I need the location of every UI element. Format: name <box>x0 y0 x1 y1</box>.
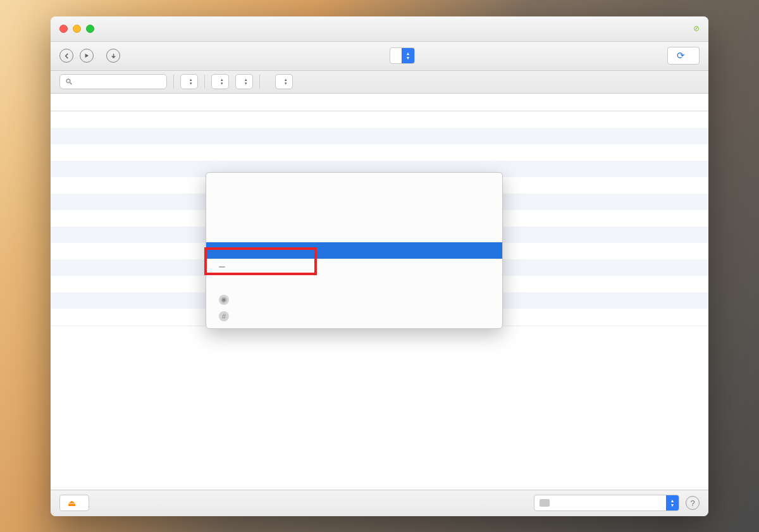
anytime-filter[interactable] <box>275 74 293 89</box>
hash-icon: # <box>219 311 229 321</box>
resume-button[interactable] <box>80 49 94 63</box>
cm-clear-selection[interactable] <box>206 226 502 242</box>
cm-mark-all[interactable] <box>206 176 502 193</box>
titlebar: ⊘ <box>51 16 708 42</box>
cm-preview: ◉ <box>206 292 502 308</box>
eye-icon: ◉ <box>219 295 229 305</box>
cm-show-in-finder <box>206 275 502 292</box>
cm-hex-view: # <box>206 308 502 325</box>
folders-select[interactable] <box>534 495 679 511</box>
download-icon <box>111 53 116 59</box>
select-arrows-icon <box>245 78 247 85</box>
mount-icon: ⏏ <box>68 498 76 508</box>
toolbar: ⟳ <box>51 42 708 71</box>
cm-recover[interactable] <box>206 242 502 259</box>
select-arrows-icon <box>666 495 679 510</box>
column-headers <box>51 94 708 111</box>
help-button[interactable]: ? <box>686 496 700 510</box>
divider <box>173 75 174 89</box>
close-button[interactable] <box>59 25 68 33</box>
refresh-icon: ⟳ <box>677 50 685 61</box>
over-filter[interactable] <box>211 74 229 89</box>
recover-button[interactable]: ⟳ <box>667 47 700 65</box>
enterprise-badge <box>219 266 225 268</box>
allfiles-filter[interactable] <box>180 74 198 89</box>
search-input[interactable]: 🔍︎ <box>59 74 167 89</box>
select-arrows-icon <box>285 78 287 85</box>
cm-mark-selected[interactable] <box>206 209 502 226</box>
context-menu: ◉ # <box>206 172 503 329</box>
divider <box>259 75 260 89</box>
select-arrows-icon <box>402 48 414 63</box>
chevron-left-icon <box>64 53 70 59</box>
cm-export-forensic <box>206 259 502 275</box>
select-arrows-icon <box>221 78 223 85</box>
check-icon: ⊘ <box>693 24 700 33</box>
file-list: ◉ # <box>51 111 708 490</box>
minimize-button[interactable] <box>73 25 81 33</box>
license-status[interactable]: ⊘ <box>691 24 700 33</box>
traffic-lights <box>59 25 94 33</box>
divider <box>204 75 205 89</box>
bottom-bar: ⏏ ? <box>51 490 708 516</box>
maximize-button[interactable] <box>86 25 94 33</box>
save-session-button[interactable] <box>106 49 120 63</box>
size-filter[interactable] <box>235 74 253 89</box>
search-icon: 🔍︎ <box>65 77 73 87</box>
choose-folder-select[interactable] <box>390 47 415 64</box>
mount-button[interactable]: ⏏ <box>59 495 89 511</box>
filter-bar: 🔍︎ <box>51 71 708 94</box>
play-icon <box>84 53 89 58</box>
cm-check-only[interactable] <box>206 193 502 209</box>
back-button[interactable] <box>59 49 73 63</box>
select-arrows-icon <box>190 78 192 85</box>
folder-icon <box>540 499 550 507</box>
search-input-field[interactable] <box>77 77 161 87</box>
app-window: ⊘ ⟳ 🔍︎ <box>51 16 708 516</box>
